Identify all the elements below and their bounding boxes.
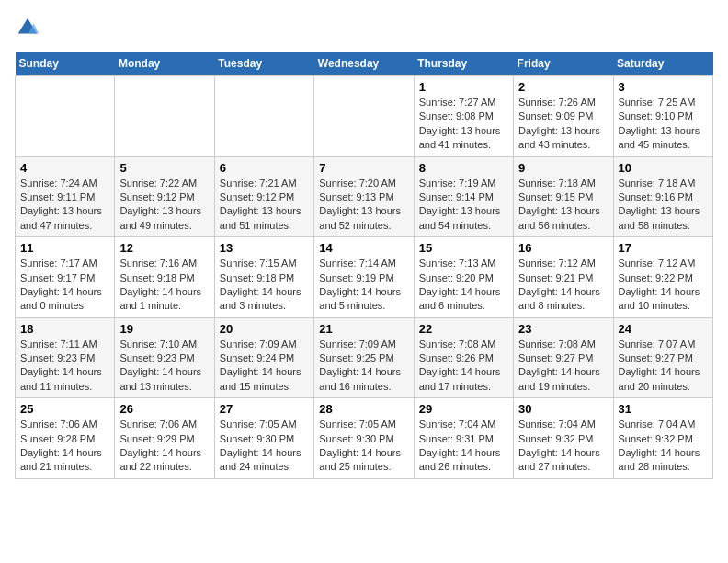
day-info: Sunrise: 7:18 AM Sunset: 9:16 PM Dayligh… <box>619 177 708 234</box>
day-info: Sunrise: 7:20 AM Sunset: 9:13 PM Dayligh… <box>319 177 408 234</box>
day-info: Sunrise: 7:22 AM Sunset: 9:12 PM Dayligh… <box>119 177 209 234</box>
day-info: Sunrise: 7:09 AM Sunset: 9:25 PM Dayligh… <box>319 338 408 395</box>
day-number: 18 <box>20 322 109 336</box>
day-number: 22 <box>419 322 508 336</box>
day-info: Sunrise: 7:21 AM Sunset: 9:12 PM Dayligh… <box>220 177 309 234</box>
day-info: Sunrise: 7:05 AM Sunset: 9:30 PM Dayligh… <box>319 418 408 475</box>
calendar-week-row: 1Sunrise: 7:27 AM Sunset: 9:08 PM Daylig… <box>16 76 713 157</box>
day-number: 9 <box>518 161 608 175</box>
day-number: 15 <box>419 241 508 255</box>
day-number: 2 <box>518 80 608 94</box>
day-number: 30 <box>518 402 608 416</box>
calendar-week-row: 18Sunrise: 7:11 AM Sunset: 9:23 PM Dayli… <box>16 317 713 398</box>
calendar-cell: 11Sunrise: 7:17 AM Sunset: 9:17 PM Dayli… <box>16 237 115 318</box>
calendar-table: SundayMondayTuesdayWednesdayThursdayFrid… <box>15 52 713 479</box>
calendar-cell: 24Sunrise: 7:07 AM Sunset: 9:27 PM Dayli… <box>613 317 712 398</box>
calendar-cell: 9Sunrise: 7:18 AM Sunset: 9:15 PM Daylig… <box>514 156 613 237</box>
day-of-week-header: Friday <box>514 52 613 76</box>
calendar-cell: 26Sunrise: 7:06 AM Sunset: 9:29 PM Dayli… <box>115 398 214 479</box>
calendar-cell: 13Sunrise: 7:15 AM Sunset: 9:18 PM Dayli… <box>214 237 313 318</box>
day-info: Sunrise: 7:11 AM Sunset: 9:23 PM Dayligh… <box>20 338 109 395</box>
day-info: Sunrise: 7:09 AM Sunset: 9:24 PM Dayligh… <box>220 338 309 395</box>
day-info: Sunrise: 7:19 AM Sunset: 9:14 PM Dayligh… <box>419 177 508 234</box>
day-number: 25 <box>20 402 109 416</box>
day-info: Sunrise: 7:12 AM Sunset: 9:21 PM Dayligh… <box>518 257 608 314</box>
day-number: 13 <box>220 241 309 255</box>
calendar-cell <box>16 76 115 157</box>
day-number: 7 <box>319 161 408 175</box>
calendar-cell: 12Sunrise: 7:16 AM Sunset: 9:18 PM Dayli… <box>115 237 214 318</box>
calendar-cell: 3Sunrise: 7:25 AM Sunset: 9:10 PM Daylig… <box>613 76 712 157</box>
day-number: 24 <box>619 322 708 336</box>
day-of-week-header: Wednesday <box>314 52 414 76</box>
day-number: 27 <box>220 402 309 416</box>
calendar-cell: 30Sunrise: 7:04 AM Sunset: 9:32 PM Dayli… <box>514 398 613 479</box>
calendar-cell: 27Sunrise: 7:05 AM Sunset: 9:30 PM Dayli… <box>214 398 313 479</box>
day-info: Sunrise: 7:07 AM Sunset: 9:27 PM Dayligh… <box>619 338 708 395</box>
day-number: 31 <box>619 402 708 416</box>
day-info: Sunrise: 7:06 AM Sunset: 9:29 PM Dayligh… <box>119 418 209 475</box>
day-number: 11 <box>20 241 109 255</box>
day-info: Sunrise: 7:13 AM Sunset: 9:20 PM Dayligh… <box>419 257 508 314</box>
calendar-cell <box>115 76 214 157</box>
day-info: Sunrise: 7:05 AM Sunset: 9:30 PM Dayligh… <box>220 418 309 475</box>
day-number: 5 <box>119 161 209 175</box>
calendar-cell <box>214 76 313 157</box>
calendar-cell: 28Sunrise: 7:05 AM Sunset: 9:30 PM Dayli… <box>314 398 414 479</box>
calendar-cell: 16Sunrise: 7:12 AM Sunset: 9:21 PM Dayli… <box>514 237 613 318</box>
day-info: Sunrise: 7:12 AM Sunset: 9:22 PM Dayligh… <box>619 257 708 314</box>
calendar-cell: 23Sunrise: 7:08 AM Sunset: 9:27 PM Dayli… <box>514 317 613 398</box>
calendar-cell: 22Sunrise: 7:08 AM Sunset: 9:26 PM Dayli… <box>414 317 513 398</box>
day-number: 16 <box>518 241 608 255</box>
day-number: 1 <box>419 80 508 94</box>
calendar-cell: 2Sunrise: 7:26 AM Sunset: 9:09 PM Daylig… <box>514 76 613 157</box>
day-of-week-header: Thursday <box>414 52 513 76</box>
day-number: 17 <box>619 241 708 255</box>
day-info: Sunrise: 7:14 AM Sunset: 9:19 PM Dayligh… <box>319 257 408 314</box>
day-number: 8 <box>419 161 508 175</box>
day-number: 20 <box>220 322 309 336</box>
day-number: 12 <box>119 241 209 255</box>
calendar-cell: 10Sunrise: 7:18 AM Sunset: 9:16 PM Dayli… <box>613 156 712 237</box>
day-number: 3 <box>619 80 708 94</box>
day-number: 21 <box>319 322 408 336</box>
day-info: Sunrise: 7:04 AM Sunset: 9:32 PM Dayligh… <box>619 418 708 475</box>
day-info: Sunrise: 7:08 AM Sunset: 9:26 PM Dayligh… <box>419 338 508 395</box>
day-info: Sunrise: 7:27 AM Sunset: 9:08 PM Dayligh… <box>419 96 508 153</box>
calendar-week-row: 4Sunrise: 7:24 AM Sunset: 9:11 PM Daylig… <box>16 156 713 237</box>
day-of-week-header: Sunday <box>16 52 115 76</box>
day-number: 23 <box>518 322 608 336</box>
calendar-week-row: 25Sunrise: 7:06 AM Sunset: 9:28 PM Dayli… <box>16 398 713 479</box>
day-number: 26 <box>119 402 209 416</box>
day-of-week-header: Saturday <box>613 52 712 76</box>
day-info: Sunrise: 7:17 AM Sunset: 9:17 PM Dayligh… <box>20 257 109 314</box>
day-info: Sunrise: 7:26 AM Sunset: 9:09 PM Dayligh… <box>518 96 608 153</box>
calendar-cell <box>314 76 414 157</box>
calendar-cell: 31Sunrise: 7:04 AM Sunset: 9:32 PM Dayli… <box>613 398 712 479</box>
calendar-header: SundayMondayTuesdayWednesdayThursdayFrid… <box>16 52 713 76</box>
day-info: Sunrise: 7:04 AM Sunset: 9:31 PM Dayligh… <box>419 418 508 475</box>
day-info: Sunrise: 7:16 AM Sunset: 9:18 PM Dayligh… <box>119 257 209 314</box>
calendar-cell: 8Sunrise: 7:19 AM Sunset: 9:14 PM Daylig… <box>414 156 513 237</box>
day-number: 19 <box>119 322 209 336</box>
day-number: 4 <box>20 161 109 175</box>
day-info: Sunrise: 7:06 AM Sunset: 9:28 PM Dayligh… <box>20 418 109 475</box>
calendar-cell: 6Sunrise: 7:21 AM Sunset: 9:12 PM Daylig… <box>214 156 313 237</box>
calendar-cell: 25Sunrise: 7:06 AM Sunset: 9:28 PM Dayli… <box>16 398 115 479</box>
page-header <box>15 15 713 40</box>
calendar-cell: 17Sunrise: 7:12 AM Sunset: 9:22 PM Dayli… <box>613 237 712 318</box>
day-info: Sunrise: 7:25 AM Sunset: 9:10 PM Dayligh… <box>619 96 708 153</box>
calendar-cell: 21Sunrise: 7:09 AM Sunset: 9:25 PM Dayli… <box>314 317 414 398</box>
logo <box>15 15 44 40</box>
calendar-cell: 15Sunrise: 7:13 AM Sunset: 9:20 PM Dayli… <box>414 237 513 318</box>
calendar-body: 1Sunrise: 7:27 AM Sunset: 9:08 PM Daylig… <box>16 76 713 479</box>
day-number: 10 <box>619 161 708 175</box>
day-info: Sunrise: 7:04 AM Sunset: 9:32 PM Dayligh… <box>518 418 608 475</box>
day-of-week-header: Monday <box>115 52 214 76</box>
day-info: Sunrise: 7:08 AM Sunset: 9:27 PM Dayligh… <box>518 338 608 395</box>
day-number: 14 <box>319 241 408 255</box>
day-of-week-header: Tuesday <box>214 52 313 76</box>
calendar-cell: 1Sunrise: 7:27 AM Sunset: 9:08 PM Daylig… <box>414 76 513 157</box>
day-info: Sunrise: 7:18 AM Sunset: 9:15 PM Dayligh… <box>518 177 608 234</box>
calendar-cell: 19Sunrise: 7:10 AM Sunset: 9:23 PM Dayli… <box>115 317 214 398</box>
